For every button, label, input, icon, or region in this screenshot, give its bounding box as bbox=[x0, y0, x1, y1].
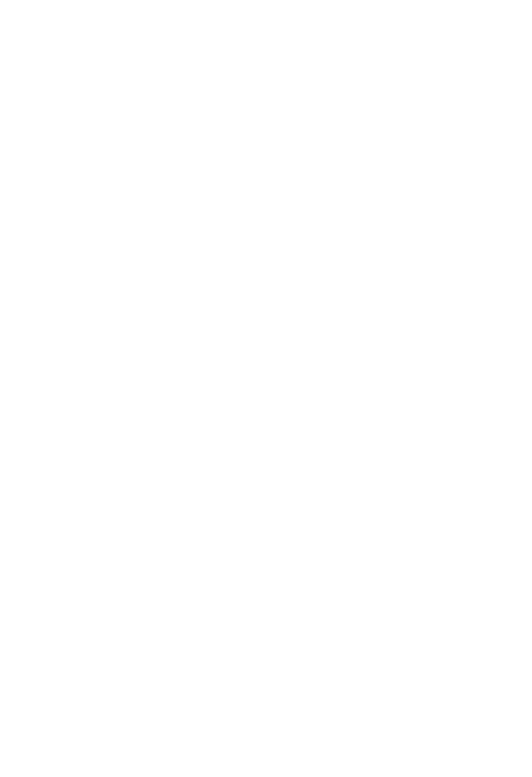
figure-container bbox=[19, 19, 247, 142]
diagram-arrows bbox=[40, 19, 226, 139]
diagram bbox=[40, 19, 226, 139]
